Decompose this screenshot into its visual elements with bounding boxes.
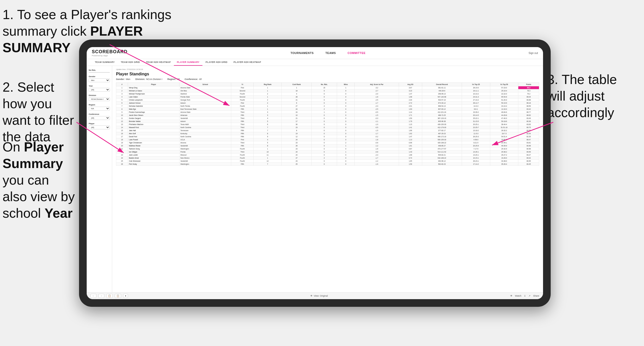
gender-select[interactable]: Men	[89, 78, 110, 82]
toolbar-center: 👁 View: Original	[310, 295, 328, 297]
table-row: 16Alex GoffKentuckyFifth81900-1.71.92467…	[116, 132, 539, 135]
subnav-player-summary[interactable]: PLAYER SUMMARY	[174, 59, 203, 66]
col-player: Player	[128, 83, 179, 86]
table-area: Update time: 27/03/2024 16:56:26 Player …	[112, 66, 543, 292]
sign-out-link[interactable]: Sign out	[529, 52, 538, 54]
nav-teams[interactable]: TEAMS	[323, 50, 338, 56]
table-row: 25Cole SherwoodVanderbiltFourth122300-1.…	[116, 160, 539, 163]
subnav-player-h2h-grid[interactable]: PLAYER H2H GRID	[202, 59, 230, 66]
table-filters-row: Gender: Men Division: NCAA Division I Re…	[116, 78, 539, 80]
step3-on: On	[3, 140, 24, 154]
conference-select[interactable]: (All)	[89, 116, 110, 120]
region-filter-value: All	[177, 78, 179, 80]
clock-btn[interactable]: ●	[123, 294, 128, 298]
update-time: Update time: 27/03/2024 16:56:26	[116, 68, 539, 70]
toolbar-right: 👁 Watch ⇓ ↗ Share	[510, 295, 539, 297]
view-label: View: Original	[314, 295, 328, 297]
subnav-team-summary[interactable]: TEAM SUMMARY	[92, 59, 118, 66]
sub-nav: TEAM SUMMARY TEAM H2H GRID TEAM H2H HEAT…	[87, 59, 543, 66]
col-reg-rank: Reg Rank	[254, 83, 282, 86]
table-row: 1Wenyi DingArizona StateFirst11151-3.23.…	[116, 86, 539, 89]
table-row: 10Jacob Skov OlesenArkansasFifth31000-1.…	[116, 114, 539, 117]
table-title: Player Standings	[116, 72, 539, 76]
division-filter-label: Division:	[135, 78, 145, 80]
col-points: Points	[518, 83, 539, 86]
instruction-step2: 2. Select how you want to filter the dat…	[3, 79, 75, 145]
table-row: 26Petr HrubyWashingtonFifth72500-1.61.56…	[116, 163, 539, 166]
table-row: 11Gordon SargentVanderbiltThird42100-0.3…	[116, 117, 539, 120]
gender-filter-label: Gender:	[116, 78, 125, 80]
no-rds-label: No Rds.	[89, 69, 110, 71]
view-icon: 👁	[310, 295, 313, 297]
table-row: 13Phichaksn MaichonTexas A&MThird63000-1…	[116, 123, 539, 126]
col-overall: Overall Record	[422, 83, 462, 86]
instruction-player-summary: On Player Summary you can also view by s…	[3, 139, 75, 222]
table-row: 7Nicholas GabrelcikNorth FloridaFourth12…	[116, 105, 539, 108]
col-school: School	[179, 83, 231, 86]
nav-committee[interactable]: COMMITTEE	[345, 50, 368, 56]
table-row: 9Preston SummerhaysArizona StateThird324…	[116, 111, 539, 114]
main-content: No Rds. Gender Men Year (All) Divisio	[87, 66, 543, 292]
table-row: 17David FordNorth CarolinaFifth91200-0.2…	[116, 135, 539, 138]
copy-btn[interactable]: 📋	[106, 294, 113, 298]
step2-number: 2.	[3, 80, 14, 94]
filter-gender: Gender Men	[89, 75, 110, 82]
filter-player: Player (All)	[89, 122, 110, 129]
share-label[interactable]: Share	[533, 295, 539, 297]
table-row: 18Luke PowellUCLAFirst42400-1.81.13500-1…	[116, 138, 539, 141]
tablet-frame: SCOREBOARD Powered by clippi TOURNAMENTS…	[79, 39, 551, 307]
sidebar-filters: No Rds. Gender Men Year (All) Divisio	[87, 66, 112, 292]
header-actions: Sign out	[529, 52, 538, 54]
table-row: 21Taehonn SongWashingtonFourth12300-1.60…	[116, 147, 539, 150]
division-label: Division	[89, 94, 110, 96]
step3-bold2: Year	[45, 206, 73, 220]
paste-btn[interactable]: 📋	[115, 294, 121, 298]
no-rds-slider[interactable]	[89, 72, 110, 73]
subnav-player-h2h-heatmap[interactable]: PLAYER H2H HEATMAP	[230, 59, 264, 66]
watch-icon: 👁	[510, 295, 512, 297]
col-wins: Wins	[337, 83, 355, 86]
download-icon[interactable]: ⇓	[524, 295, 526, 297]
player-select[interactable]: (All)	[89, 126, 110, 129]
gender-filter-value: Men	[126, 78, 131, 80]
share-icon[interactable]: ↗	[529, 295, 531, 297]
app-header: SCOREBOARD Powered by clippi TOURNAMENTS…	[87, 47, 543, 59]
table-row: 5Christo LamprechtGeorgia TechFourth2210…	[116, 99, 539, 102]
subnav-team-h2h-heatmap[interactable]: TEAM H2H HEATMAP	[143, 59, 174, 66]
col-rank: #	[116, 83, 128, 86]
step1-number: 1.	[3, 7, 14, 22]
conference-label: Conference	[89, 113, 110, 115]
filter-conference: Conference (All)	[89, 113, 110, 120]
table-header-section: Update time: 27/03/2024 16:56:26 Player …	[116, 68, 539, 80]
col-avg-sg: Avg SG	[399, 83, 422, 86]
redo-btn[interactable]: →	[98, 294, 104, 298]
filter-year: Year (All)	[89, 85, 110, 92]
table-row: 8Mats EgeEast Tennessee StateFifth12420-…	[116, 108, 539, 111]
tablet-screen: SCOREBOARD Powered by clippi TOURNAMENTS…	[87, 47, 543, 299]
region-filter-pill: Region: All	[168, 78, 180, 80]
filter-division: Division NCAA Division I	[89, 94, 110, 101]
nav-tournaments[interactable]: TOURNAMENTS	[288, 50, 316, 56]
division-filter-pill: Division: NCAA Division I	[135, 78, 162, 80]
col-adj-score: Adj. Score to Par	[355, 83, 399, 86]
watch-label[interactable]: Watch	[515, 295, 521, 297]
region-filter-label: Region:	[168, 78, 176, 80]
region-select[interactable]: N/A	[89, 107, 110, 110]
table-row: 4Luke ClatonFlorida StateSecond12800-1.6…	[116, 95, 539, 99]
year-label: Year	[89, 85, 110, 87]
division-filter-value: NCAA Division I	[146, 78, 162, 80]
step1-text: To see a Player's rankings summary click	[3, 7, 171, 38]
year-select[interactable]: (All)	[89, 88, 110, 92]
table-row: 2Michael Le SassoOle MissSecond11800-2.7…	[116, 89, 539, 92]
toolbar-left: ← → 📋 📋 ●	[91, 294, 128, 298]
logo-sub: Powered by clippi	[92, 54, 108, 57]
undo-btn[interactable]: ←	[91, 294, 96, 298]
table-row: 22Ian GilliganFloridaThird102401-0.81.43…	[116, 150, 539, 154]
table-row: 20Matthew RiedelVanderbiltFifth82601-1.2…	[116, 144, 539, 147]
division-select[interactable]: NCAA Division I	[89, 97, 110, 101]
logo-area: SCOREBOARD Powered by clippi	[92, 49, 127, 57]
player-standings-table: # Player School Yr Reg Rank Conf Rank No…	[116, 82, 539, 166]
bottom-toolbar: ← → 📋 📋 ● 👁 View: Original 👁 Watch ⇓ ↗ S…	[87, 292, 543, 299]
subnav-team-h2h-grid[interactable]: TEAM H2H GRID	[118, 59, 143, 66]
gender-label: Gender	[89, 75, 110, 78]
